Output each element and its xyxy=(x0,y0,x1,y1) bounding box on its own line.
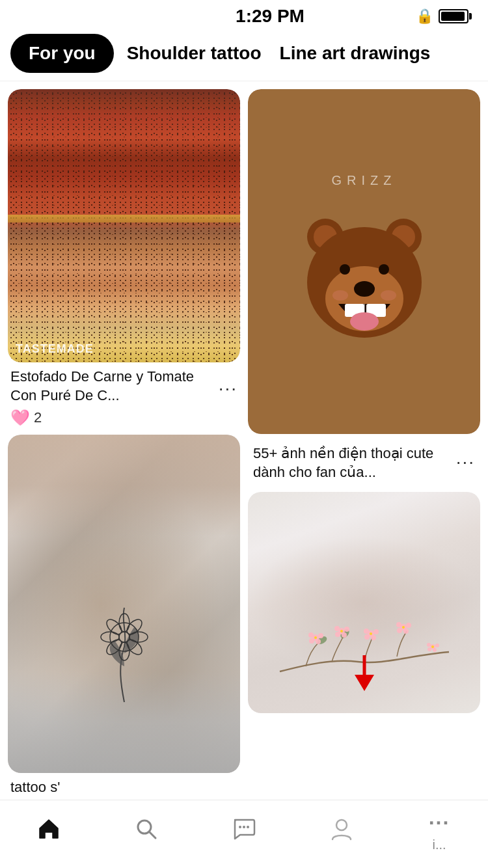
svg-point-28 xyxy=(318,633,323,638)
red-arrow-indicator xyxy=(351,655,377,694)
left-column: TASTEMADE Estofado De Carne y Tomate Con… xyxy=(8,89,240,809)
svg-point-48 xyxy=(397,628,402,633)
svg-point-63 xyxy=(247,826,249,828)
flower-tattoo-decoration xyxy=(88,601,160,708)
svg-point-31 xyxy=(308,632,314,638)
svg-point-62 xyxy=(243,826,245,828)
food-card-info: Estofado De Carne y Tomate Con Puré De C… xyxy=(8,362,240,435)
bottom-nav: ··· i... xyxy=(0,800,488,868)
messages-icon xyxy=(232,817,256,847)
svg-point-30 xyxy=(309,638,314,644)
svg-point-22 xyxy=(350,312,379,331)
svg-point-49 xyxy=(396,622,401,627)
status-bar: 1:29 PM 🔒 xyxy=(0,0,488,29)
nav-messages[interactable] xyxy=(218,817,270,847)
pin-grid: TASTEMADE Estofado De Carne y Tomate Con… xyxy=(0,81,488,809)
status-icons: 🔒 xyxy=(416,8,468,25)
svg-point-24 xyxy=(381,290,396,301)
food-card-title: Estofado De Carne y Tomate Con Puré De C… xyxy=(10,368,219,405)
nav-home[interactable] xyxy=(23,817,75,847)
nav-more[interactable]: ··· i... xyxy=(413,811,465,852)
svg-point-34 xyxy=(344,627,349,632)
food-more-button[interactable]: ··· xyxy=(219,378,237,399)
heart-icon: 🩷 xyxy=(10,409,30,427)
svg-point-53 xyxy=(433,648,437,652)
likes-count: 2 xyxy=(34,409,42,426)
svg-point-61 xyxy=(239,826,241,828)
nav-more-label: i... xyxy=(432,837,446,852)
battery-icon xyxy=(439,9,468,23)
svg-point-38 xyxy=(340,630,343,632)
svg-point-64 xyxy=(336,820,347,830)
svg-point-29 xyxy=(316,639,321,644)
tab-line-art[interactable]: Line art drawings xyxy=(280,43,431,64)
food-card[interactable]: TASTEMADE xyxy=(8,89,240,362)
svg-point-41 xyxy=(371,635,376,640)
svg-point-23 xyxy=(332,290,348,301)
nav-profile[interactable] xyxy=(316,817,368,847)
nav-tabs: For you Shoulder tattoo Line art drawing… xyxy=(0,29,488,81)
tattoo-right-card[interactable] xyxy=(248,492,480,713)
food-image: TASTEMADE xyxy=(8,89,240,362)
tab-for-you[interactable]: For you xyxy=(10,34,114,73)
svg-point-47 xyxy=(403,629,409,634)
svg-point-16 xyxy=(340,264,350,275)
tab-shoulder-tattoo[interactable]: Shoulder tattoo xyxy=(127,43,262,64)
search-icon xyxy=(134,817,159,847)
bear-more-button[interactable]: ··· xyxy=(454,452,478,472)
svg-point-35 xyxy=(342,632,347,638)
tattoo-left-title: tattoo s' xyxy=(10,778,237,797)
bear-card-title: 55+ ảnh nền điện thoại cute dành cho fan… xyxy=(251,439,454,484)
food-card-likes: 🩷 2 xyxy=(10,409,237,427)
more-icon: ··· xyxy=(429,811,450,835)
source-badge: TASTEMADE xyxy=(16,342,94,356)
svg-point-46 xyxy=(406,623,411,628)
bear-card[interactable]: GRIZZ xyxy=(248,89,480,434)
svg-point-43 xyxy=(364,629,369,634)
svg-point-42 xyxy=(364,634,370,640)
food-card-meta: Estofado De Carne y Tomate Con Puré De C… xyxy=(10,368,237,409)
grizz-label: GRIZZ xyxy=(332,173,397,188)
svg-point-40 xyxy=(373,629,379,634)
svg-point-32 xyxy=(314,636,317,639)
bear-face-svg xyxy=(296,201,433,351)
tattoo-left-card[interactable] xyxy=(8,435,240,773)
nav-search[interactable] xyxy=(120,817,172,847)
svg-point-54 xyxy=(427,647,431,651)
svg-point-18 xyxy=(354,281,375,297)
tattoo-left-image xyxy=(8,435,240,773)
svg-marker-58 xyxy=(355,675,374,691)
profile-icon xyxy=(329,817,354,847)
bear-card-meta: 55+ ảnh nền điện thoại cute dành cho fan… xyxy=(251,439,478,484)
bear-image: GRIZZ xyxy=(248,89,480,434)
svg-point-56 xyxy=(431,645,434,648)
svg-point-37 xyxy=(334,626,340,631)
svg-point-36 xyxy=(335,632,340,637)
right-column: GRIZZ xyxy=(248,89,480,809)
svg-point-52 xyxy=(435,644,439,647)
svg-point-44 xyxy=(370,632,372,635)
svg-point-50 xyxy=(402,626,405,629)
tattoo-right-image xyxy=(248,492,480,713)
home-icon xyxy=(36,817,61,847)
status-time: 1:29 PM xyxy=(72,6,468,27)
svg-point-55 xyxy=(427,643,431,647)
lock-icon: 🔒 xyxy=(416,8,433,25)
svg-point-17 xyxy=(379,264,389,275)
bear-card-info: 55+ ảnh nền điện thoại cute dành cho fan… xyxy=(248,434,480,492)
svg-line-60 xyxy=(149,832,156,838)
